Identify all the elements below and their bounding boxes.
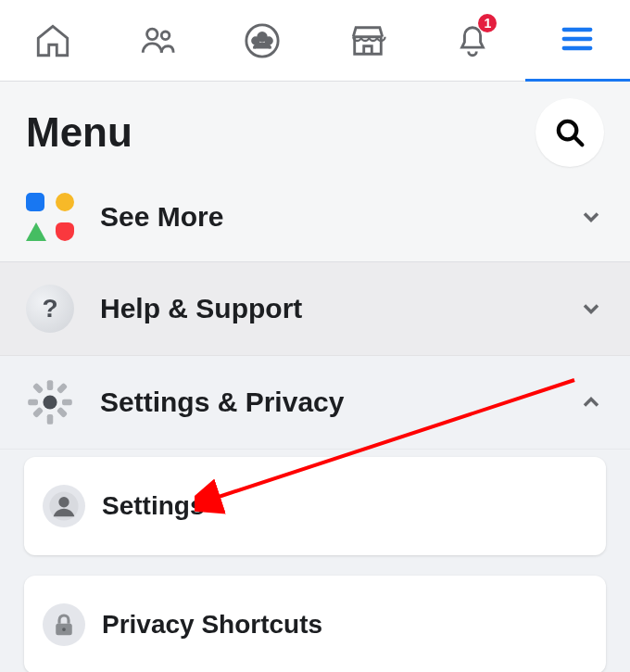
- svg-rect-19: [32, 407, 44, 418]
- nav-groups[interactable]: [210, 0, 315, 82]
- settings-label: Settings: [102, 491, 204, 521]
- menu-settings-privacy[interactable]: Settings & Privacy: [0, 356, 630, 450]
- chevron-down-icon: [578, 204, 604, 230]
- svg-rect-17: [57, 407, 68, 418]
- privacy-shortcuts-label: Privacy Shortcuts: [102, 610, 322, 640]
- groups-icon: [244, 22, 281, 59]
- nav-friends[interactable]: [105, 0, 209, 82]
- svg-line-10: [574, 137, 583, 146]
- svg-rect-16: [32, 383, 44, 394]
- see-more-icon: [26, 193, 74, 241]
- marketplace-icon: [349, 22, 386, 59]
- person-circle-icon: [43, 485, 85, 527]
- nav-marketplace[interactable]: [315, 0, 420, 82]
- top-nav: 1: [0, 0, 630, 82]
- nav-menu[interactable]: [525, 0, 630, 82]
- nav-notifications[interactable]: 1: [420, 0, 524, 82]
- notification-badge: 1: [478, 14, 497, 32]
- svg-point-11: [43, 395, 57, 409]
- help-support-label: Help & Support: [100, 293, 578, 324]
- svg-rect-12: [47, 380, 54, 390]
- search-button[interactable]: [536, 98, 604, 167]
- page-header: Menu: [0, 82, 630, 180]
- help-icon: ?: [26, 285, 74, 333]
- svg-point-23: [62, 628, 66, 631]
- page-title: Menu: [26, 109, 132, 156]
- menu-help-support[interactable]: ? Help & Support: [0, 262, 630, 356]
- svg-rect-18: [57, 383, 68, 394]
- svg-point-21: [58, 497, 69, 507]
- nav-home[interactable]: [0, 0, 105, 82]
- lock-icon: [43, 603, 85, 646]
- privacy-shortcuts-card[interactable]: Privacy Shortcuts: [24, 576, 606, 672]
- settings-card[interactable]: Settings: [24, 457, 606, 555]
- settings-privacy-label: Settings & Privacy: [100, 387, 578, 418]
- home-icon: [34, 22, 71, 59]
- hamburger-icon: [559, 20, 596, 57]
- svg-rect-15: [62, 399, 72, 406]
- friends-icon: [139, 22, 176, 59]
- svg-point-0: [147, 29, 158, 39]
- svg-rect-13: [47, 414, 54, 425]
- menu-see-more[interactable]: See More: [0, 180, 630, 262]
- svg-rect-14: [28, 399, 38, 406]
- svg-point-1: [161, 32, 170, 40]
- settings-privacy-submenu: Settings Privacy Shortcuts: [0, 450, 630, 672]
- see-more-label: See More: [100, 201, 578, 233]
- gear-icon: [26, 378, 74, 426]
- search-icon: [554, 117, 586, 148]
- chevron-up-icon: [578, 389, 604, 415]
- chevron-down-icon: [578, 296, 604, 322]
